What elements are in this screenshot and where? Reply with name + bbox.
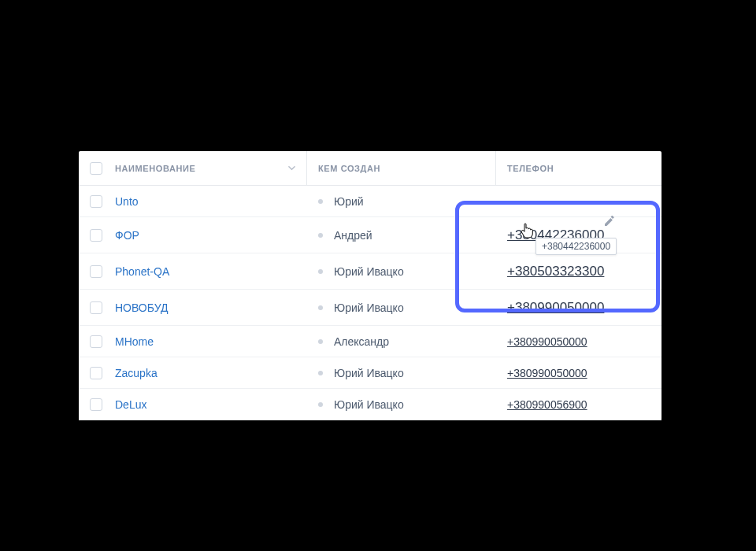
status-dot-icon — [318, 339, 323, 344]
record-name-link[interactable]: ФОР — [115, 229, 139, 242]
column-header-phone[interactable]: ТЕЛЕФОН — [496, 151, 662, 185]
creator-name: Юрий Ивацко — [334, 398, 404, 411]
chevron-down-icon[interactable] — [288, 164, 295, 173]
phone-link[interactable]: +380990050000 — [507, 335, 587, 348]
table-row: Phonet-QA Юрий Ивацко +380503323300 — [79, 253, 662, 290]
phone-link[interactable]: +380990050000 — [507, 300, 604, 316]
creator-name: Юрий Ивацко — [334, 367, 404, 379]
column-label: НАИМЕНОВАНИЕ — [115, 164, 196, 173]
column-header-name[interactable]: НАИМЕНОВАНИЕ — [79, 151, 307, 185]
column-label: ТЕЛЕФОН — [507, 164, 554, 173]
status-dot-icon — [318, 233, 323, 238]
creator-name: Юрий Ивацко — [334, 301, 404, 314]
table-header: НАИМЕНОВАНИЕ КЕМ СОЗДАН ТЕЛЕФОН — [79, 151, 662, 186]
creator-name: Александр — [334, 335, 389, 348]
table-row: Unto Юрий — [79, 186, 662, 217]
phone-link[interactable]: +380442236000 — [507, 227, 604, 243]
column-label: КЕМ СОЗДАН — [318, 164, 380, 173]
creator-name: Юрий — [334, 195, 364, 208]
table-row: НОВОБУД Юрий Ивацко +380990050000 — [79, 290, 662, 326]
phone-link[interactable]: +380990056900 — [507, 398, 587, 411]
table-row: MHome Александр +380990050000 — [79, 326, 662, 357]
creator-name: Юрий Ивацко — [334, 265, 404, 278]
record-name-link[interactable]: Unto — [115, 195, 139, 208]
edit-icon[interactable] — [603, 215, 616, 227]
status-dot-icon — [318, 402, 323, 407]
row-checkbox[interactable] — [90, 195, 102, 208]
row-checkbox[interactable] — [90, 265, 102, 278]
row-checkbox[interactable] — [90, 367, 102, 379]
row-checkbox[interactable] — [90, 335, 102, 348]
status-dot-icon — [318, 269, 323, 274]
creator-name: Андрей — [334, 229, 372, 242]
record-name-link[interactable]: MHome — [115, 335, 154, 348]
record-name-link[interactable]: Zacupka — [115, 367, 158, 379]
status-dot-icon — [318, 199, 323, 204]
record-name-link[interactable]: Phonet-QA — [115, 265, 169, 278]
phone-link[interactable]: +380990050000 — [507, 367, 587, 379]
phone-link[interactable]: +380503323300 — [507, 264, 604, 279]
table-row: ФОР Андрей +380442236000 — [79, 217, 662, 253]
row-checkbox[interactable] — [90, 301, 102, 314]
data-table: НАИМЕНОВАНИЕ КЕМ СОЗДАН ТЕЛЕФОН Unto Юри… — [79, 151, 662, 420]
record-name-link[interactable]: DeLux — [115, 398, 146, 411]
record-name-link[interactable]: НОВОБУД — [115, 301, 168, 314]
select-all-checkbox[interactable] — [90, 162, 102, 175]
status-dot-icon — [318, 371, 323, 375]
row-checkbox[interactable] — [90, 398, 102, 411]
status-dot-icon — [318, 305, 323, 310]
table-row: Zacupka Юрий Ивацко +380990050000 — [79, 357, 662, 389]
table-row: DeLux Юрий Ивацко +380990056900 — [79, 389, 662, 420]
row-checkbox[interactable] — [90, 229, 102, 242]
column-header-created-by[interactable]: КЕМ СОЗДАН — [307, 151, 496, 185]
